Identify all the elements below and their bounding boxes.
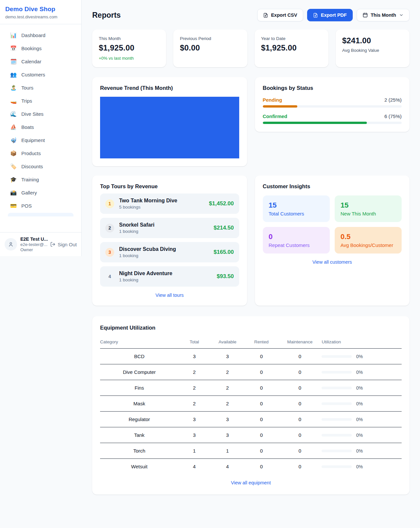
customer-insights-title: Customer Insights bbox=[263, 183, 402, 190]
cell-rented: 0 bbox=[245, 349, 278, 364]
cell-category: Tank bbox=[100, 427, 178, 443]
period-dropdown[interactable]: This Month bbox=[357, 9, 410, 21]
utilization-bar bbox=[322, 450, 352, 452]
top-tours-card: Top Tours by Revenue 1 Two Tank Morning … bbox=[92, 175, 247, 306]
table-row: BCD 3 3 0 0 0% bbox=[100, 349, 402, 364]
stat-label: Avg Booking Value bbox=[342, 48, 403, 53]
view-all-tours-link[interactable]: View all tours bbox=[100, 293, 239, 298]
equipment-icon: 🤿 bbox=[10, 137, 17, 143]
cell-available: 4 bbox=[210, 459, 245, 475]
customer-insights-card: Customer Insights 15 Total Customers 15 … bbox=[255, 175, 410, 306]
customers-icon: 👥 bbox=[10, 71, 17, 78]
sign-out-button[interactable]: Sign Out bbox=[50, 242, 77, 247]
sidebar-item-label: Bookings bbox=[21, 46, 42, 51]
rank-badge: 3 bbox=[105, 248, 114, 257]
stat-value: $0.00 bbox=[180, 43, 241, 52]
sidebar-item-boats[interactable]: ⛵Boats bbox=[4, 121, 77, 133]
sidebar-item-label: Dive Sites bbox=[21, 111, 44, 117]
sidebar-item-dive-sites[interactable]: 🌊Dive Sites bbox=[4, 108, 77, 120]
stat-value: $1,925.00 bbox=[261, 43, 322, 52]
logout-icon bbox=[50, 242, 55, 247]
file-download-icon bbox=[313, 13, 318, 18]
sidebar-item-tours[interactable]: 🏝️Tours bbox=[4, 81, 77, 94]
tours-icon: 🏝️ bbox=[10, 85, 17, 91]
column-header: Rented bbox=[245, 336, 278, 349]
view-all-customers-link[interactable]: View all customers bbox=[263, 259, 402, 265]
column-header: Maintenance bbox=[278, 336, 322, 349]
stat-delta: +0% vs last month bbox=[99, 56, 159, 61]
cell-total: 4 bbox=[178, 459, 210, 475]
bookings-by-status-card: Bookings by Status Pending 2 (25%) Confi… bbox=[255, 77, 410, 132]
rank-badge: 1 bbox=[105, 199, 114, 208]
sidebar-item-products[interactable]: 📦Products bbox=[4, 147, 77, 160]
tour-bookings: 5 bookings bbox=[119, 205, 204, 210]
cell-maintenance: 0 bbox=[278, 412, 322, 427]
export-csv-button[interactable]: Export CSV bbox=[257, 9, 303, 21]
cell-rented: 0 bbox=[245, 396, 278, 412]
tile-new-this-month: 15 New This Month bbox=[335, 195, 402, 222]
sidebar-item-gallery[interactable]: 📸Gallery bbox=[4, 186, 77, 199]
dashboard-icon: 📊 bbox=[10, 32, 17, 38]
sign-out-label: Sign Out bbox=[58, 242, 77, 247]
export-pdf-button[interactable]: Export PDF bbox=[307, 9, 353, 21]
tile-avg-bookings-customer: 0.5 Avg Bookings/Customer bbox=[335, 227, 402, 254]
brand-title[interactable]: Demo Dive Shop bbox=[5, 6, 76, 13]
progress-track bbox=[263, 105, 402, 108]
cell-total: 2 bbox=[178, 380, 210, 396]
table-row: Mask 2 2 0 0 0% bbox=[100, 396, 402, 412]
utilization-pct: 0% bbox=[356, 401, 363, 406]
sidebar-item-training[interactable]: 🎓Training bbox=[4, 173, 77, 186]
cell-category: Dive Computer bbox=[100, 364, 178, 380]
tile-label: Repeat Customers bbox=[269, 242, 324, 248]
chevron-down-icon bbox=[399, 13, 404, 17]
trips-icon: 🚤 bbox=[10, 98, 17, 104]
stat-card-avg-booking-value: $241.00 Avg Booking Value bbox=[336, 30, 410, 67]
sidebar-item-trips[interactable]: 🚤Trips bbox=[4, 94, 77, 107]
user-role: Owner bbox=[20, 247, 47, 252]
tour-amount: $93.50 bbox=[217, 273, 234, 280]
utilization-pct: 0% bbox=[356, 370, 363, 375]
sidebar-item-reports-partial[interactable] bbox=[8, 213, 74, 216]
training-icon: 🎓 bbox=[10, 176, 17, 183]
sidebar-item-label: Calendar bbox=[21, 59, 41, 64]
sidebar-item-customers[interactable]: 👥Customers bbox=[4, 68, 77, 81]
cell-rented: 0 bbox=[245, 412, 278, 427]
cell-available: 3 bbox=[210, 349, 245, 364]
brand-block: Demo Dive Shop demo.test.divestreams.com bbox=[0, 0, 81, 24]
sidebar-item-label: Discounts bbox=[21, 164, 43, 169]
main-content: Reports Export CSV Export PDF This Month… bbox=[82, 0, 420, 495]
sidebar-item-dashboard[interactable]: 📊Dashboard bbox=[4, 29, 77, 42]
calendar-icon bbox=[363, 12, 368, 18]
utilization-pct: 0% bbox=[356, 448, 363, 454]
boats-icon: ⛵ bbox=[10, 124, 17, 130]
cell-available: 1 bbox=[210, 443, 245, 459]
stats-grid: This Month $1,925.00 +0% vs last month P… bbox=[92, 30, 410, 67]
sidebar-item-bookings[interactable]: 📅Bookings bbox=[4, 42, 77, 55]
tour-name: Discover Scuba Diving bbox=[119, 246, 209, 252]
cell-maintenance: 0 bbox=[278, 349, 322, 364]
page-title: Reports bbox=[92, 11, 121, 20]
progress-track bbox=[263, 122, 402, 124]
sidebar-item-equipment[interactable]: 🤿Equipment bbox=[4, 134, 77, 147]
stat-label: Previous Period bbox=[180, 36, 241, 41]
tour-name: Night Dive Adventure bbox=[119, 271, 212, 276]
page-header: Reports Export CSV Export PDF This Month bbox=[92, 9, 410, 21]
cell-total: 3 bbox=[178, 412, 210, 427]
status-count: 2 (25%) bbox=[384, 97, 402, 103]
sidebar-item-label: Training bbox=[21, 177, 39, 182]
tour-row: 1 Two Tank Morning Dive5 bookings $1,452… bbox=[100, 193, 239, 214]
cell-maintenance: 0 bbox=[278, 380, 322, 396]
view-all-equipment-link[interactable]: View all equipment bbox=[100, 480, 402, 485]
sidebar-item-pos[interactable]: 💳POS bbox=[4, 199, 77, 212]
period-label: This Month bbox=[371, 12, 396, 18]
column-header: Utilization bbox=[322, 336, 402, 349]
tile-label: New This Month bbox=[341, 211, 396, 216]
cell-category: Torch bbox=[100, 443, 178, 459]
sidebar-item-discounts[interactable]: 🏷️Discounts bbox=[4, 160, 77, 173]
cell-available: 3 bbox=[210, 427, 245, 443]
cell-maintenance: 0 bbox=[278, 364, 322, 380]
tile-value: 15 bbox=[269, 201, 324, 210]
discounts-icon: 🏷️ bbox=[10, 163, 17, 170]
cell-maintenance: 0 bbox=[278, 427, 322, 443]
sidebar-item-calendar[interactable]: 🗓️Calendar bbox=[4, 55, 77, 68]
